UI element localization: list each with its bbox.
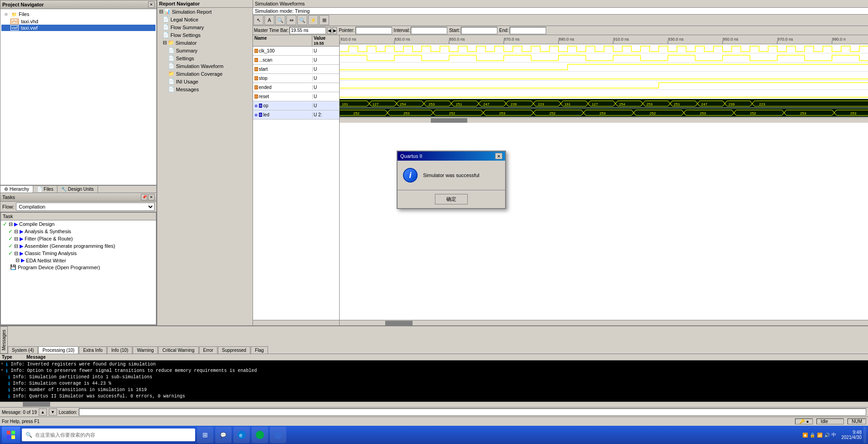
- svg-line-171: [752, 104, 754, 106]
- svg-line-106: [504, 104, 506, 106]
- taskbar-btn-2[interactable]: 💬: [215, 427, 232, 443]
- clk100-name: D clk_100: [253, 48, 312, 53]
- stop-name: D stop: [253, 76, 312, 81]
- tree-item-taxi-vwf[interactable]: vwf taxi.vwf: [1, 25, 155, 31]
- tab-error[interactable]: Error: [199, 346, 217, 354]
- signal-row-ended[interactable]: D ended U: [253, 83, 339, 92]
- nav-item-messages[interactable]: 📄 Messages: [157, 85, 253, 93]
- value-column-header: Value19.55: [312, 35, 340, 46]
- message-area[interactable]: + ℹ Info: Inverted registers were found …: [0, 360, 868, 402]
- msg-nav-up[interactable]: ▲: [39, 408, 47, 416]
- scan-label: ...scan: [259, 57, 272, 63]
- modal-close-button[interactable]: ✕: [495, 153, 502, 159]
- time-left-btn[interactable]: ◀: [327, 27, 331, 34]
- svg-line-224: [684, 110, 686, 113]
- clock[interactable]: 9:48 2021/4/30: [842, 430, 862, 440]
- tab-critical-warning[interactable]: Critical Warning: [158, 346, 198, 354]
- signal-row-stop[interactable]: D stop U: [253, 74, 339, 83]
- tree-item-taxi-vhd[interactable]: vhd taxi.vhd: [1, 18, 155, 25]
- msg-nav-down[interactable]: ▼: [49, 408, 57, 416]
- search-box[interactable]: 🔍 在这里输入你要搜索的内容: [22, 428, 195, 441]
- nav-item-flow-summary[interactable]: 📄 Flow Summary: [157, 23, 253, 31]
- nav-item-sim-waveform[interactable]: 📄 Simulation Waveform: [157, 62, 253, 70]
- right-hscrollbar[interactable]: [340, 320, 868, 325]
- location-input[interactable]: [79, 408, 866, 416]
- start-input[interactable]: [461, 27, 497, 34]
- waveform-hscrollbar[interactable]: [340, 117, 868, 123]
- led-expand-btn[interactable]: ⊕: [254, 113, 258, 117]
- modal-ok-button[interactable]: 确定: [435, 194, 468, 204]
- tab-design-units[interactable]: 🔧 Design Units: [57, 186, 98, 193]
- snap-btn[interactable]: ⚡: [308, 15, 318, 25]
- nav-item-ini-usage[interactable]: 📄 INI Usage: [157, 78, 253, 85]
- signal-row-clk100[interactable]: D clk_100 U: [253, 47, 339, 56]
- folder-toggle-compile[interactable]: ⊟: [9, 221, 13, 227]
- start-button[interactable]: [2, 427, 20, 443]
- pointer-input[interactable]: [356, 27, 392, 34]
- taskbar-btn-1[interactable]: ⊞: [197, 427, 213, 443]
- signal-list-header: Name Value19.55: [253, 35, 339, 47]
- tab-extra-info[interactable]: Extra Info: [79, 346, 107, 354]
- tab-processing[interactable]: Processing (10): [38, 346, 78, 354]
- tasks-close-btn[interactable]: ✕: [148, 194, 155, 200]
- tasks-pin-btn[interactable]: 📌: [141, 194, 147, 200]
- search-btn[interactable]: 🔍: [297, 15, 307, 25]
- nav-item-settings[interactable]: 📄 Settings: [157, 54, 253, 62]
- master-time-input[interactable]: [289, 27, 326, 34]
- fit-btn[interactable]: ⇔: [286, 15, 296, 25]
- msg2-expand[interactable]: +: [1, 368, 3, 373]
- folder-toggle-eda[interactable]: ⊟: [16, 257, 20, 263]
- tab-warning[interactable]: Warning: [133, 346, 158, 354]
- signal-row-op[interactable]: ⊕ B op U: [253, 101, 339, 110]
- task-eda[interactable]: ⊟ ▶ EDA Netlist Writer: [1, 257, 156, 264]
- task-program-device[interactable]: 💾 Program Device (Open Programmer): [1, 264, 156, 271]
- text-btn[interactable]: A: [264, 15, 274, 25]
- flow-select[interactable]: Compilation: [16, 203, 155, 211]
- tab-flag[interactable]: Flag: [251, 346, 268, 354]
- time-right-btn[interactable]: ▶: [332, 27, 337, 34]
- design-units-label: Design Units: [68, 187, 94, 192]
- folder-toggle-timing[interactable]: ⊟: [14, 251, 18, 256]
- signal-row-start[interactable]: D start U: [253, 65, 339, 74]
- folder-toggle-assembler[interactable]: ⊟: [14, 243, 18, 249]
- signal-row-scan[interactable]: D ...scan U: [253, 56, 339, 65]
- tab-suppressed[interactable]: Suppressed: [218, 346, 250, 354]
- taskbar-btn-browser2[interactable]: [252, 427, 268, 443]
- nav-item-simulator[interactable]: ⊟ 📁 Simulator: [157, 39, 253, 47]
- right-scroll-thumb[interactable]: [385, 321, 413, 325]
- nav-item-sim-coverage[interactable]: 📁 Simulation Coverage: [157, 70, 253, 78]
- hscrollbar-thumb[interactable]: [431, 118, 467, 123]
- tab-info[interactable]: Info (10): [107, 346, 132, 354]
- task-compile-design[interactable]: ✓ ⊟ ▶ Compile Design: [1, 220, 156, 228]
- interval-input[interactable]: [411, 27, 447, 34]
- msg1-expand[interactable]: +: [1, 362, 3, 366]
- task-analysis[interactable]: ✓ ⊟ ▶ Analysis & Synthesis: [1, 228, 156, 235]
- tab-system[interactable]: System (4): [8, 346, 38, 354]
- folder-toggle-analysis[interactable]: ⊟: [14, 229, 18, 235]
- task-assembler[interactable]: ✓ ⊟ ▶ Assembler (Generate programming fi…: [1, 242, 156, 250]
- end-input[interactable]: [510, 27, 546, 34]
- show-desktop-btn[interactable]: [863, 427, 866, 443]
- cursor-btn[interactable]: ↖: [253, 15, 264, 25]
- tree-item-files[interactable]: ⊟ 📁 Files: [1, 10, 155, 18]
- nav-item-simulation-report[interactable]: ⊟ 📊 Simulation Report: [157, 8, 253, 16]
- folder-toggle-fitter[interactable]: ⊟: [14, 236, 18, 242]
- tab-files[interactable]: 📄 Files: [33, 186, 57, 193]
- op-expand-btn[interactable]: ⊕: [254, 104, 258, 108]
- taskbar-btn-browser1[interactable]: e: [233, 427, 250, 443]
- signal-row-reset[interactable]: D reset U: [253, 92, 339, 101]
- nav-item-summary[interactable]: 📄 Summary: [157, 47, 253, 54]
- task-timing[interactable]: ✓ ⊟ ▶ Classic Timing Analysis: [1, 250, 156, 257]
- task-fitter[interactable]: ✓ ⊟ ▶ Fitter (Place & Route): [1, 235, 156, 242]
- msg-hscrollbar[interactable]: [0, 402, 868, 407]
- taskbar-btn-browser3[interactable]: [270, 427, 286, 443]
- tab-hierarchy[interactable]: ⚙ Hierarchy: [0, 186, 33, 193]
- project-navigator-close[interactable]: ✕: [148, 1, 155, 8]
- nav-item-flow-settings[interactable]: 📄 Flow Settings: [157, 31, 253, 39]
- msg-scroll-thumb[interactable]: [23, 402, 50, 407]
- signal-row-led[interactable]: ⊕ B led U 2:: [253, 110, 339, 120]
- grid-btn[interactable]: ⊞: [319, 15, 329, 25]
- nav-item-legal-notice[interactable]: 📄 Legal Notice: [157, 16, 253, 23]
- messages-vertical-label[interactable]: Messages: [0, 326, 8, 354]
- zoom-btn[interactable]: 🔍: [275, 15, 285, 25]
